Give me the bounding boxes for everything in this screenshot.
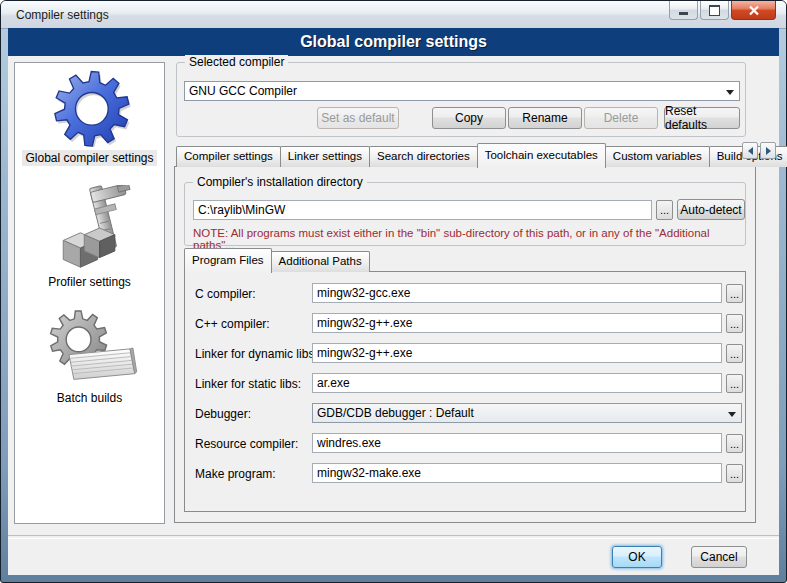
page-title-band: Global compiler settings <box>8 28 779 56</box>
field-label: Linker for static libs: <box>195 377 301 391</box>
debugger-select[interactable]: GDB/CDB debugger : Default <box>312 403 742 423</box>
minimize-icon <box>679 12 688 15</box>
installation-directory-browse-button[interactable]: ... <box>656 200 673 220</box>
caliper-cubes-icon <box>42 185 138 271</box>
delete-button[interactable]: Delete <box>584 107 658 129</box>
blue-gear-icon <box>44 67 136 147</box>
static-linker-input[interactable] <box>312 373 722 393</box>
make-program-browse-button[interactable]: ... <box>726 464 743 483</box>
rename-button[interactable]: Rename <box>508 107 582 129</box>
sidebar-item-label: Profiler settings <box>45 274 134 290</box>
field-row-make-program: Make program: ... <box>184 463 746 485</box>
tab-compiler-settings[interactable]: Compiler settings <box>176 146 281 167</box>
tab-search-directories[interactable]: Search directories <box>369 146 478 167</box>
resource-compiler-browse-button[interactable]: ... <box>726 434 743 453</box>
debugger-select-value: GDB/CDB debugger : Default <box>317 406 474 420</box>
tab-additional-paths[interactable]: Additional Paths <box>271 251 370 272</box>
close-icon <box>748 5 760 16</box>
tab-program-files[interactable]: Program Files <box>184 248 272 273</box>
c-compiler-browse-button[interactable]: ... <box>726 284 743 303</box>
sidebar-item-profiler-settings[interactable]: Profiler settings <box>15 185 164 290</box>
auto-detect-button[interactable]: Auto-detect <box>677 199 745 220</box>
field-label: C compiler: <box>195 287 256 301</box>
settings-category-list: Global compiler settings Profi <box>14 62 165 524</box>
make-program-input[interactable] <box>312 463 722 483</box>
installation-directory-group-label: Compiler's installation directory <box>193 175 367 189</box>
arrow-left-icon <box>748 147 753 155</box>
copy-button[interactable]: Copy <box>432 107 506 129</box>
c-compiler-input[interactable] <box>312 283 722 303</box>
window-title: Compiler settings <box>16 8 109 22</box>
chevron-down-icon <box>726 90 734 95</box>
close-button[interactable] <box>731 1 776 20</box>
installation-directory-input[interactable] <box>193 200 652 220</box>
field-row-static-linker: Linker for static libs: ... <box>184 373 746 395</box>
maximize-icon <box>709 5 720 16</box>
sidebar-item-batch-builds[interactable]: Batch builds <box>15 307 164 406</box>
field-row-debugger: Debugger: GDB/CDB debugger : Default <box>184 403 746 425</box>
sidebar-item-global-compiler-settings[interactable]: Global compiler settings <box>15 67 164 166</box>
field-label: C++ compiler: <box>195 317 270 331</box>
field-row-resource-compiler: Resource compiler: ... <box>184 433 746 455</box>
compiler-select-value: GNU GCC Compiler <box>189 84 297 98</box>
field-label: Debugger: <box>195 407 251 421</box>
field-label: Make program: <box>195 467 276 481</box>
set-as-default-button[interactable]: Set as default <box>317 107 399 129</box>
note-text: NOTE: All programs must exist either in … <box>193 227 741 251</box>
static-linker-browse-button[interactable]: ... <box>726 374 743 393</box>
field-row-cpp-compiler: C++ compiler: ... <box>184 313 746 335</box>
field-row-dynamic-linker: Linker for dynamic libs: ... <box>184 343 746 365</box>
resource-compiler-input[interactable] <box>312 433 722 453</box>
gear-papers-icon <box>42 307 138 387</box>
dynamic-linker-input[interactable] <box>312 343 722 363</box>
minimize-button[interactable] <box>669 1 698 20</box>
dynamic-linker-browse-button[interactable]: ... <box>726 344 743 363</box>
tab-toolchain-executables[interactable]: Toolchain executables <box>477 143 606 168</box>
chevron-down-icon <box>728 412 736 417</box>
sidebar-item-label: Global compiler settings <box>22 150 156 166</box>
cpp-compiler-browse-button[interactable]: ... <box>726 314 743 333</box>
reset-defaults-button[interactable]: Reset defaults <box>664 107 740 129</box>
field-label: Linker for dynamic libs: <box>195 347 318 361</box>
field-label: Resource compiler: <box>195 437 298 451</box>
page-title: Global compiler settings <box>300 33 487 51</box>
sidebar-item-label: Batch builds <box>54 390 125 406</box>
compiler-select[interactable]: GNU GCC Compiler <box>184 81 740 101</box>
maximize-button[interactable] <box>700 1 729 20</box>
cpp-compiler-input[interactable] <box>312 313 722 333</box>
cancel-button[interactable]: Cancel <box>691 546 747 568</box>
field-row-c-compiler: C compiler: ... <box>184 283 746 305</box>
ok-button[interactable]: OK <box>612 546 662 568</box>
tab-custom-variables[interactable]: Custom variables <box>605 146 710 167</box>
footer-divider <box>8 535 779 539</box>
selected-compiler-group-label: Selected compiler <box>185 55 288 69</box>
tab-linker-settings[interactable]: Linker settings <box>280 146 370 167</box>
arrow-right-icon <box>766 147 771 155</box>
tab-scroll-left-button[interactable] <box>742 142 758 159</box>
tab-scroll-right-button[interactable] <box>760 142 776 159</box>
